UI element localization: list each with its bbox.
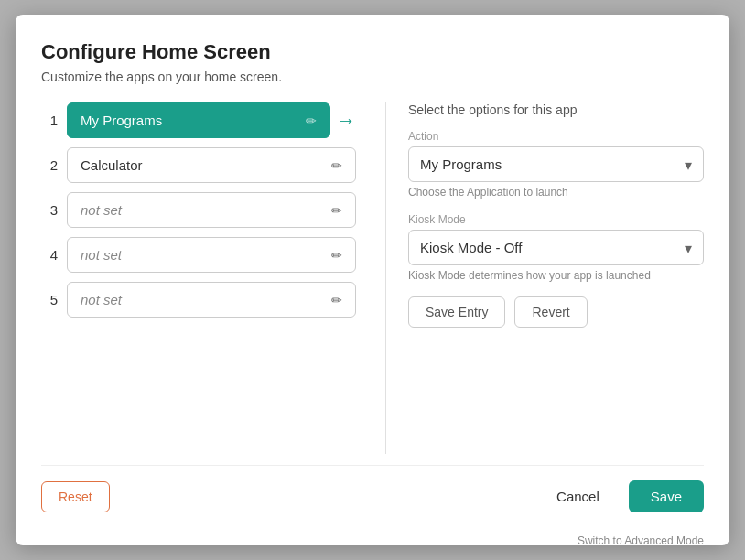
dialog-subtitle: Customize the apps on your home screen. (41, 70, 704, 84)
action-hint: Choose the Application to launch (408, 186, 704, 199)
list-item-button[interactable]: not set✏ (67, 237, 356, 273)
kiosk-field-group: Kiosk Mode Kiosk Mode - OffKiosk Mode - … (408, 213, 704, 282)
vertical-divider (385, 102, 386, 454)
action-select[interactable]: My ProgramsCalculatorBrowserSettings (409, 147, 703, 181)
kiosk-select[interactable]: Kiosk Mode - OffKiosk Mode - On (409, 231, 703, 264)
configure-home-screen-dialog: Configure Home Screen Customize the apps… (16, 15, 729, 545)
list-item-number: 1 (41, 113, 58, 128)
right-panel: Select the options for this app Action M… (401, 102, 704, 454)
list-item-button[interactable]: not set✏ (67, 282, 356, 318)
reset-button[interactable]: Reset (41, 481, 110, 512)
switch-advanced-mode[interactable]: Switch to Advanced Mode (578, 534, 704, 547)
list-item-number: 3 (41, 202, 58, 218)
list-item-row: 5not set✏ (41, 282, 356, 318)
action-field-group: Action My ProgramsCalculatorBrowserSetti… (408, 130, 704, 199)
list-item-number: 5 (41, 292, 58, 307)
list-item-label: not set (81, 202, 122, 218)
cancel-button[interactable]: Cancel (538, 480, 618, 512)
action-label: Action (408, 130, 704, 143)
kiosk-select-wrapper[interactable]: Kiosk Mode - OffKiosk Mode - On ▾ (408, 230, 704, 265)
dialog-title: Configure Home Screen (41, 40, 704, 64)
list-item-row: 3not set✏ (41, 192, 356, 228)
entry-action-buttons: Save Entry Revert (408, 296, 704, 328)
left-panel: 1My Programs✏→2Calculator✏3not set✏4not … (41, 102, 371, 454)
list-item-button[interactable]: not set✏ (67, 192, 356, 228)
kiosk-hint: Kiosk Mode determines how your app is la… (408, 269, 704, 282)
list-item-label: My Programs (81, 113, 162, 128)
list-item-row: 2Calculator✏ (41, 147, 356, 183)
list-item-button[interactable]: Calculator✏ (67, 147, 356, 183)
edit-icon: ✏ (331, 158, 342, 173)
kiosk-label: Kiosk Mode (408, 213, 704, 226)
list-item-label: Calculator (81, 157, 143, 173)
list-item-row: 1My Programs✏→ (41, 102, 356, 138)
revert-button[interactable]: Revert (514, 296, 587, 328)
edit-icon: ✏ (331, 293, 342, 307)
list-item-number: 4 (41, 247, 58, 263)
edit-icon: ✏ (331, 203, 342, 218)
list-item-label: not set (81, 247, 122, 263)
edit-icon: ✏ (331, 248, 342, 263)
save-entry-button[interactable]: Save Entry (408, 296, 505, 328)
edit-icon: ✏ (306, 113, 317, 128)
action-select-wrapper[interactable]: My ProgramsCalculatorBrowserSettings ▾ (408, 146, 704, 182)
list-item-button[interactable]: My Programs✏ (67, 102, 330, 138)
list-item-label: not set (81, 292, 122, 307)
list-item-row: 4not set✏ (41, 237, 356, 273)
selected-arrow-icon: → (336, 109, 356, 133)
list-item-number: 2 (41, 157, 58, 173)
footer-wrap: Reset Cancel Save Switch to Advanced Mod… (41, 454, 704, 531)
right-panel-title: Select the options for this app (408, 102, 704, 117)
save-button[interactable]: Save (629, 480, 704, 512)
dialog-footer: Reset Cancel Save (41, 465, 704, 512)
